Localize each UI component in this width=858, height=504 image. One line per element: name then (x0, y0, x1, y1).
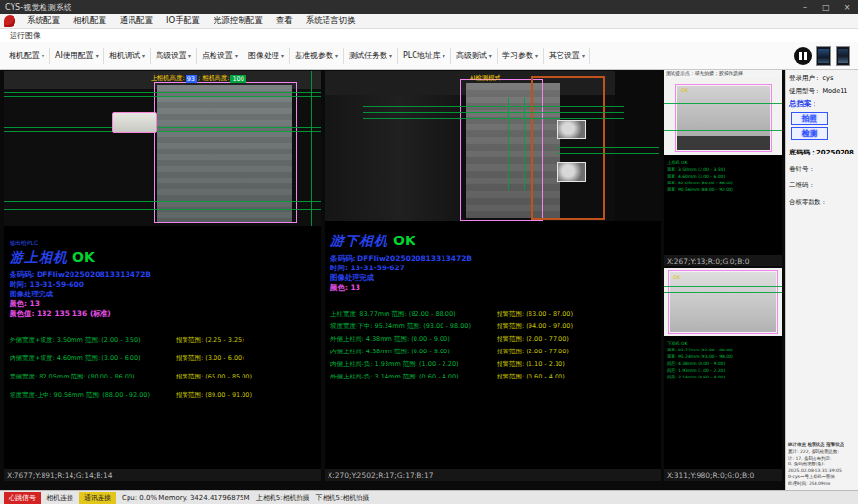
preview-text-line: 宽度: 3.50mm (2.00 - 3.50) (667, 166, 779, 173)
window-title: CYS-视觉检测系统 (5, 2, 799, 13)
counter-box-2: 检测 (791, 127, 828, 140)
close-button[interactable]: × (842, 3, 853, 12)
overlay-text: ; 相机高度: (198, 74, 229, 83)
pixel-coords-top: X:7677;Y:891;R:14;G:14;B:14 (4, 469, 321, 481)
toolbar-ai-config[interactable]: AI使用配置▾ (50, 48, 104, 64)
toolbar-plc-address[interactable]: PLC地址库▾ (398, 48, 451, 64)
process-line: 图像处理完成 (330, 273, 659, 283)
preview-text-line: 上相机 OK (667, 159, 779, 166)
camera-view-button-2[interactable] (836, 46, 850, 66)
camera-thumb-icon (838, 49, 848, 63)
login-user-label: 登录用户： (789, 74, 821, 83)
measurement-text: 外侧上柱间: 4.38mm 范围: (0.00 - 9.00) (330, 335, 497, 344)
preview-text-line: 宽度: 82.05mm (80.00 - 86.00) (667, 180, 779, 186)
toolbar: 相机配置▾ AI使用配置▾ 相机调试▾ 高级设置▾ 点检设置▾ 图像处理▾ 基准… (0, 42, 858, 70)
result-title: 游上相机 OK (10, 249, 319, 266)
preview-info-top: 上相机 OK 宽度: 3.50mm (2.00 - 3.50) 宽度: 4.60… (664, 155, 782, 255)
chevron-down-icon: ▾ (96, 52, 99, 59)
model-label: 使用型号： (789, 87, 821, 96)
measure-line (664, 103, 782, 104)
preview-text-line: 间距: 4.38mm (0.00 - 9.00) (667, 360, 779, 367)
result-status: OK (393, 233, 415, 248)
toolbar-label: 高级测试 (456, 50, 487, 61)
preview-image-bottom[interactable]: OK (664, 268, 782, 336)
camera-name: 游下相机 (330, 233, 388, 250)
toolbar-baseline-params[interactable]: 基准视参数▾ (290, 48, 344, 64)
measure-line (4, 92, 321, 93)
menu-comm-config[interactable]: 通讯配置 (113, 15, 159, 27)
measure-line (4, 127, 321, 128)
barcode-line: 条码码: DFFIiw2025020813313472B (330, 254, 659, 264)
warn-range-text: 报警范围: (2.00 - 77.00) (497, 348, 569, 356)
camera-image-top[interactable]: 上相机高度: 93 ; 相机高度: 100 (4, 71, 321, 226)
preview-text-line: 间距: 3.14mm (0.60 - 4.00) (667, 374, 779, 380)
measurement-row: 坡度宽度-上中: 90.56mm 范围: (88.00 - 92.00)报警范围… (10, 391, 319, 400)
preview-image-top[interactable]: OK (664, 78, 782, 155)
menu-system-config[interactable]: 系统配置 (20, 15, 67, 27)
counter-box-1: 拍照 (791, 112, 828, 125)
date-code-label: 底码码： (789, 149, 816, 156)
preview-text-line: 间距: 1.93mm (1.00 - 2.20) (667, 367, 779, 374)
pixel-coords-bottom: X:270;Y:2502;R:17;G:17;B:17 (325, 469, 661, 481)
toolbar-label: 图像处理 (248, 50, 279, 61)
toolbar-spot-check[interactable]: 点检设置▾ (197, 48, 243, 64)
toolbar-label: 基准视参数 (295, 50, 333, 61)
pause-button[interactable] (794, 47, 812, 65)
chevron-down-icon: ▾ (335, 52, 338, 59)
tab-row: 运行图像 (0, 29, 858, 42)
toolbar-learning-params[interactable]: 学习参数▾ (498, 48, 544, 64)
statistics-line: 处理时间: 258.09ms (788, 481, 856, 488)
warn-range-text: 报警范围: (65.00 - 85.00) (176, 373, 252, 381)
toolbar-other-settings[interactable]: 其它设置▾ (544, 48, 590, 64)
camera-image-bottom[interactable]: AI检测模式 (325, 71, 661, 221)
time-line: 时间: 13-31-59-627 (330, 264, 659, 273)
tab-run-image[interactable]: 运行图像 (0, 30, 50, 41)
measure-line (4, 131, 321, 132)
warn-range-text: 报警范围: (1.10 - 2.10) (497, 360, 565, 369)
chevron-down-icon: ▾ (535, 52, 538, 59)
roll-number-label: 卷针号： (789, 165, 854, 174)
measure-line (664, 98, 782, 98)
camera-panel-top: 上相机高度: 93 ; 相机高度: 100 输出给PLC 游上相机 OK 条码码… (4, 71, 321, 481)
minimize-button[interactable]: – (799, 3, 811, 12)
menu-light-config[interactable]: 光源控制配置 (207, 15, 270, 27)
measure-line (363, 118, 624, 119)
board-count-label: 合板零款数： (789, 198, 854, 207)
measurement-row: 内侧上柱间: 4.38mm 范围: (0.00 - 9.00)报警范围: (2.… (330, 348, 659, 356)
height-value-chip: 93 (186, 75, 197, 83)
measurement-row: 坡度宽度-下中: 95.24mm 范围: (93.00 - 98.00)报警范围… (330, 322, 659, 331)
measurement-list: 上柱宽度: 83.77mm 范围: (82.00 - 88.00)报警范围: (… (330, 310, 659, 381)
chevron-down-icon: ▾ (582, 52, 585, 59)
date-code-value: 20250208 (816, 149, 854, 156)
menu-camera-config[interactable]: 相机配置 (67, 15, 113, 27)
heartbeat-badge: 心跳信号 (4, 492, 41, 504)
image-overlay-text: 上相机高度: 93 ; 相机高度: 100 (151, 74, 246, 83)
toolbar-advanced-test[interactable]: 高级测试▾ (451, 48, 498, 64)
preview-column: 测试提示点：研先拍摄；胶操作选择 OK 上相机 OK 宽度: 3.50mm (2… (664, 70, 782, 481)
menu-language-switch[interactable]: 系统语言切换 (300, 15, 362, 27)
barcode-line: 条码码: DFFIiw2025020813313472B (10, 270, 319, 280)
toolbar-right-group (794, 46, 858, 66)
measure-line (311, 71, 312, 226)
chevron-down-icon: ▾ (42, 52, 44, 59)
statistics-header: 统计信息 检测状态 报警状态 (788, 442, 856, 447)
toolbar-label: 测试任务数 (349, 50, 387, 61)
measurement-row: 外侧宽度+坡度: 3.50mm 范围: (2.00 - 3.50)报警范围: (… (10, 336, 319, 345)
toolbar-camera-config[interactable]: 相机配置▾ (4, 48, 50, 64)
preview-overlay-text: OK (673, 274, 680, 280)
toolbar-image-processing[interactable]: 图像处理▾ (243, 48, 290, 64)
toolbar-camera-debug[interactable]: 相机调试▾ (104, 48, 151, 64)
login-user-value: cys (823, 74, 834, 83)
maximize-button[interactable]: □ (820, 3, 832, 12)
toolbar-label: PLC地址库 (403, 50, 441, 61)
menu-view[interactable]: 查看 (270, 15, 300, 27)
preview-info-bottom: 下相机 OK 宽度: 83.77mm (82.00 - 88.00) 宽度: 9… (664, 336, 782, 469)
warn-range-text: 报警范围: (3.00 - 6.00) (176, 354, 244, 363)
toolbar-test-tasks[interactable]: 测试任务数▾ (344, 48, 398, 64)
menu-io-config[interactable]: IO手配置 (159, 15, 207, 27)
measure-line (557, 147, 659, 148)
chevron-down-icon: ▾ (389, 52, 392, 59)
camera-view-button-1[interactable] (816, 46, 831, 66)
toolbar-label: 相机调试 (109, 50, 140, 61)
toolbar-advanced-settings[interactable]: 高级设置▾ (151, 48, 197, 64)
